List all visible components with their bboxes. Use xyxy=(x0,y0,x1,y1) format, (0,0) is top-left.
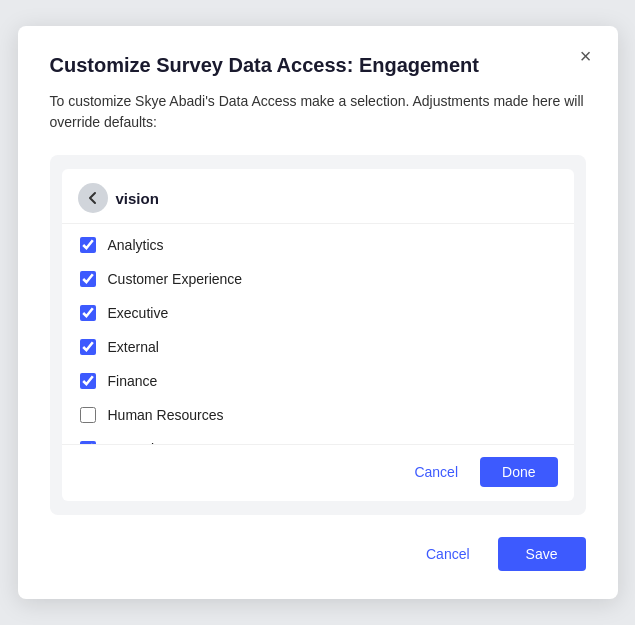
modal-overlay: × Customize Survey Data Access: Engageme… xyxy=(0,0,635,625)
list-item: Finance xyxy=(62,364,574,398)
modal-cancel-button[interactable]: Cancel xyxy=(410,537,486,571)
label-finance: Finance xyxy=(108,373,158,389)
modal-title: Customize Survey Data Access: Engagement xyxy=(50,54,586,77)
list-item: Customer Experience xyxy=(62,262,574,296)
checkbox-finance[interactable] xyxy=(80,373,96,389)
label-human-resources: Human Resources xyxy=(108,407,224,423)
list-item: Human Resources xyxy=(62,398,574,432)
panel-cancel-button[interactable]: Cancel xyxy=(402,457,470,487)
label-analytics: Analytics xyxy=(108,237,164,253)
modal-description: To customize Skye Abadi's Data Access ma… xyxy=(50,91,586,133)
checkbox-external[interactable] xyxy=(80,339,96,355)
label-customer-experience: Customer Experience xyxy=(108,271,243,287)
label-executive: Executive xyxy=(108,305,169,321)
label-external: External xyxy=(108,339,159,355)
checkbox-list: AnalyticsCustomer ExperienceExecutiveExt… xyxy=(62,224,574,444)
list-item: Analytics xyxy=(62,228,574,262)
modal-footer: Cancel Save xyxy=(50,537,586,571)
label-internal: Internal xyxy=(108,441,155,444)
modal: × Customize Survey Data Access: Engageme… xyxy=(18,26,618,599)
inner-panel: vision AnalyticsCustomer ExperienceExecu… xyxy=(62,169,574,501)
panel-header: vision xyxy=(62,169,574,224)
panel-heading: vision xyxy=(116,190,159,207)
checkbox-customer-experience[interactable] xyxy=(80,271,96,287)
panel-footer: Cancel Done xyxy=(62,444,574,501)
back-button[interactable] xyxy=(78,183,108,213)
list-item: External xyxy=(62,330,574,364)
checkbox-executive[interactable] xyxy=(80,305,96,321)
list-item: Executive xyxy=(62,296,574,330)
close-button[interactable]: × xyxy=(574,44,598,68)
modal-save-button[interactable]: Save xyxy=(498,537,586,571)
checkbox-internal[interactable] xyxy=(80,441,96,444)
checkbox-analytics[interactable] xyxy=(80,237,96,253)
outer-panel: vision AnalyticsCustomer ExperienceExecu… xyxy=(50,155,586,515)
checkbox-human-resources[interactable] xyxy=(80,407,96,423)
back-icon xyxy=(86,191,100,205)
list-item: Internal xyxy=(62,432,574,444)
panel-done-button[interactable]: Done xyxy=(480,457,557,487)
